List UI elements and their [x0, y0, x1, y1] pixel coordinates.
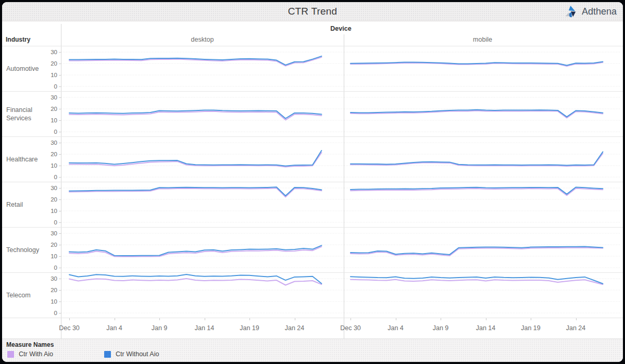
y-tick-label: 30: [36, 274, 57, 283]
y-tick-label: 0: [36, 309, 57, 317]
y-tick-mark: [59, 132, 61, 132]
y-tick-label: 0: [36, 128, 57, 136]
y-tick-label: 20: [36, 150, 57, 158]
page-title: CTR Trend: [288, 6, 338, 17]
x-tick-label: Jan 19: [231, 324, 268, 332]
brand-name: Adthena: [582, 6, 617, 17]
y-tick-label: 20: [36, 195, 57, 204]
brand: Adthena: [564, 5, 617, 19]
x-tick-mark: [249, 318, 250, 320]
y-tick-mark: [59, 52, 61, 53]
y-tick-mark: [59, 268, 61, 268]
y-tick-label: 10: [36, 252, 57, 260]
row-dimension-label: Industry: [6, 36, 30, 43]
column-dimension-label: Device: [61, 25, 621, 32]
plot-financial-services-mobile[interactable]: [344, 92, 621, 137]
x-tick-mark: [486, 318, 486, 320]
legend-swatch: [7, 351, 14, 358]
legend-item-ctr-with-aio[interactable]: Ctr With Aio: [7, 350, 104, 358]
column-header-desktop[interactable]: desktop: [61, 36, 344, 43]
legend-items: Ctr With AioCtr Without Aio: [7, 350, 201, 358]
legend-swatch: [104, 351, 111, 358]
plot-automotive-mobile[interactable]: [344, 46, 621, 92]
industry-row-technology: Technology3020100: [2, 227, 623, 272]
y-tick-label: 20: [36, 59, 57, 68]
y-tick-mark: [59, 64, 61, 64]
x-tick-mark: [295, 318, 295, 320]
x-tick-mark: [351, 318, 351, 320]
x-tick-label: Jan 24: [558, 324, 594, 332]
x-tick-label: Jan 24: [277, 324, 313, 332]
y-tick-label: 20: [36, 105, 57, 113]
x-tick-mark: [576, 318, 577, 320]
x-tick-mark: [69, 318, 70, 320]
x-tick-mark: [205, 318, 205, 320]
y-tick-mark: [59, 279, 61, 279]
y-tick-label: 10: [36, 116, 57, 124]
y-tick-label: 0: [36, 173, 57, 181]
y-tick-label: 10: [36, 71, 57, 79]
y-tick-label: 20: [36, 241, 57, 249]
y-tick-label: 10: [36, 207, 57, 215]
y-tick-label: 10: [36, 297, 57, 306]
y-tick-label: 0: [36, 263, 57, 272]
y-tick-label: 0: [36, 82, 57, 91]
plot-automotive-desktop[interactable]: [61, 46, 344, 92]
x-tick-mark: [159, 318, 160, 320]
x-tick-label: Jan 14: [468, 324, 504, 332]
industry-row-healthcare: Healthcare3020100: [2, 136, 623, 182]
y-tick-label: 10: [36, 161, 57, 170]
x-tick-label: Jan 9: [141, 324, 178, 332]
industry-row-automotive: Automotive3020100: [2, 46, 623, 91]
column-header-mobile[interactable]: mobile: [344, 36, 621, 43]
legend: Measure Names Ctr With AioCtr Without Ai…: [2, 338, 623, 362]
legend-item-ctr-without-aio[interactable]: Ctr Without Aio: [104, 350, 201, 358]
y-tick-mark: [59, 313, 61, 313]
plot-financial-services-desktop[interactable]: [61, 92, 344, 137]
plot-healthcare-mobile[interactable]: [344, 137, 621, 182]
plot-healthcare-desktop[interactable]: [61, 137, 344, 182]
legend-label: Ctr Without Aio: [116, 350, 159, 358]
x-tick-mark: [531, 318, 531, 320]
x-tick-label: Jan 14: [186, 324, 223, 332]
industry-row-telecom: Telecom3020100: [2, 272, 623, 318]
plot-telecom-mobile[interactable]: [344, 273, 621, 318]
legend-title: Measure Names: [6, 341, 54, 348]
y-tick-mark: [59, 86, 61, 87]
y-tick-label: 30: [36, 93, 57, 102]
y-tick-label: 0: [36, 218, 57, 227]
y-tick-mark: [59, 75, 61, 76]
y-tick-mark: [59, 166, 61, 166]
x-tick-label: Jan 4: [378, 324, 414, 332]
y-tick-mark: [59, 233, 61, 234]
x-tick-label: Jan 9: [422, 324, 459, 332]
chart-canvas: Device Industry desktop mobile Automotiv…: [2, 22, 623, 338]
x-tick-label: Dec 30: [332, 324, 369, 332]
y-tick-mark: [59, 97, 61, 98]
plot-retail-mobile[interactable]: [344, 182, 621, 228]
y-tick-label: 20: [36, 286, 57, 294]
x-tick-label: Jan 4: [96, 324, 133, 332]
plot-technology-mobile[interactable]: [344, 228, 621, 273]
legend-label: Ctr With Aio: [19, 350, 53, 358]
dashboard-window: CTR Trend Adthena Device Industry deskto…: [2, 2, 623, 362]
y-tick-label: 30: [36, 139, 57, 147]
y-tick-mark: [59, 177, 61, 178]
x-tick-mark: [441, 318, 441, 320]
y-tick-mark: [59, 245, 61, 245]
plot-telecom-desktop[interactable]: [61, 273, 344, 318]
industry-row-retail: Retail3020100: [2, 182, 623, 227]
y-tick-label: 30: [36, 48, 57, 56]
adthena-logo-icon: [564, 5, 578, 19]
industry-row-financial-services: Financial Services3020100: [2, 91, 623, 136]
y-tick-mark: [59, 154, 61, 155]
y-tick-mark: [59, 199, 61, 200]
y-tick-mark: [59, 188, 61, 189]
x-axis: Dec 30Jan 4Jan 9Jan 14Jan 19Jan 24Dec 30…: [2, 318, 623, 338]
y-tick-mark: [59, 109, 61, 109]
y-tick-mark: [59, 120, 61, 121]
y-tick-mark: [59, 222, 61, 223]
plot-retail-desktop[interactable]: [61, 182, 344, 228]
title-bar: CTR Trend Adthena: [2, 2, 623, 21]
plot-technology-desktop[interactable]: [61, 228, 344, 273]
